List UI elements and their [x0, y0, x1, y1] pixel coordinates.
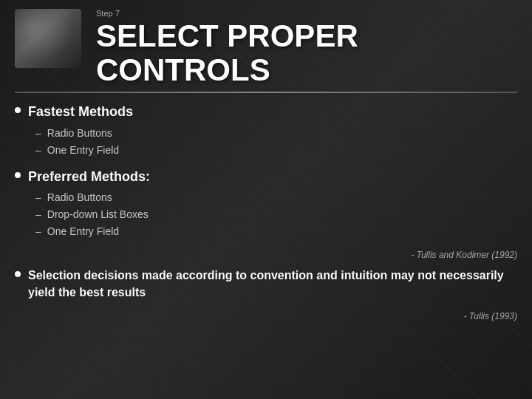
preferred-sub-3: One Entry Field [47, 224, 119, 239]
citation-1: - Tullis and Kodimer (1992) [15, 250, 517, 260]
step-label: Step 7 [96, 9, 517, 18]
header: Step 7 SELECT PROPER CONTROLS [0, 0, 532, 87]
fastest-methods-label: Fastest Methods [28, 103, 133, 120]
preferred-methods-bullet: Preferred Methods: [15, 168, 517, 185]
preferred-subitems: – Radio Buttons – Drop-down List Boxes –… [35, 190, 517, 239]
list-item: – One Entry Field [35, 143, 517, 158]
title-line1: SELECT PROPER [96, 18, 358, 53]
header-text: Step 7 SELECT PROPER CONTROLS [96, 9, 517, 87]
dash-1: – [35, 126, 41, 141]
dash-4: – [35, 207, 41, 222]
preferred-methods-label: Preferred Methods: [28, 168, 150, 185]
fastest-sub-1: Radio Buttons [47, 126, 112, 141]
content: Fastest Methods – Radio Buttons – One En… [0, 98, 532, 399]
fastest-methods-bullet: Fastest Methods [15, 103, 517, 120]
selection-decisions-bullet: Selection decisions made according to co… [15, 267, 517, 301]
bullet-dot-1 [15, 107, 21, 113]
selection-decisions-section: Selection decisions made according to co… [15, 267, 517, 301]
fastest-sub-2: One Entry Field [47, 143, 119, 158]
dash-3: – [35, 190, 41, 205]
preferred-sub-1: Radio Buttons [47, 190, 112, 205]
preferred-sub-2: Drop-down List Boxes [47, 207, 149, 222]
title-line2: CONTROLS [96, 52, 270, 87]
preferred-methods-section: Preferred Methods: – Radio Buttons – Dro… [15, 168, 517, 239]
list-item: – Drop-down List Boxes [35, 207, 517, 222]
dash-5: – [35, 224, 41, 239]
list-item: – One Entry Field [35, 224, 517, 239]
fastest-methods-section: Fastest Methods – Radio Buttons – One En… [15, 103, 517, 157]
bullet-dot-3 [15, 271, 21, 277]
list-item: – Radio Buttons [35, 126, 517, 141]
citation-2: - Tullis (1993) [15, 311, 517, 321]
header-image [15, 9, 81, 68]
fastest-subitems: – Radio Buttons – One Entry Field [35, 126, 517, 158]
divider [15, 92, 517, 93]
main-title: SELECT PROPER CONTROLS [96, 19, 517, 87]
selection-decisions-label: Selection decisions made according to co… [28, 267, 517, 301]
dash-2: – [35, 143, 41, 158]
slide-container: Step 7 SELECT PROPER CONTROLS Fastest Me… [0, 0, 532, 399]
list-item: – Radio Buttons [35, 190, 517, 205]
bullet-dot-2 [15, 172, 21, 178]
